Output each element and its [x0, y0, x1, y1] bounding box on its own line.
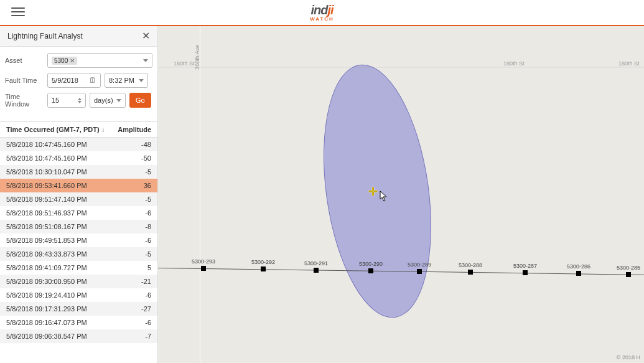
- chevron-down-icon: [116, 99, 121, 102]
- sort-down-icon: ↓: [102, 126, 105, 133]
- row-time: 5/8/2018 09:16:47.073 PM: [6, 319, 108, 326]
- calendar-icon: 🗓: [89, 76, 96, 85]
- table-row[interactable]: 5/8/2018 09:51:08.167 PM-8: [0, 220, 157, 233]
- window-unit-select[interactable]: day(s): [90, 93, 126, 108]
- results-table: Time Occurred (GMT-7, PDT) ↓ Amplitude 5…: [0, 121, 157, 363]
- road-horizontal: [158, 67, 644, 67]
- time-window-label: Time Window: [5, 93, 44, 108]
- tower-label: 5300-289: [408, 262, 431, 268]
- road-label-right: 180th St: [618, 60, 640, 67]
- row-time: 5/8/2018 09:30:00.950 PM: [6, 278, 108, 285]
- table-row[interactable]: 5/8/2018 09:19:24.410 PM-6: [0, 288, 157, 302]
- table-row[interactable]: 5/8/2018 09:30:00.950 PM-21: [0, 275, 157, 288]
- col-time-header[interactable]: Time Occurred (GMT-7, PDT) ↓: [6, 126, 108, 133]
- row-amplitude: -6: [108, 209, 151, 217]
- row-amplitude: -5: [108, 168, 151, 176]
- row-amplitude: 36: [108, 182, 151, 189]
- table-row[interactable]: 5/8/2018 10:47:45.160 PM-48: [0, 138, 157, 151]
- panel-header: Lightning Fault Analyst ✕: [0, 26, 157, 47]
- tower-label: 5300-285: [617, 265, 640, 271]
- row-amplitude: -21: [108, 278, 151, 285]
- row-time: 5/8/2018 09:53:41.660 PM: [6, 182, 108, 189]
- tower-marker[interactable]: [576, 271, 581, 276]
- sidebar-panel: Lightning Fault Analyst ✕ Asset 5300 ✕ F…: [0, 26, 158, 363]
- filters-section: Asset 5300 ✕ Fault Time 5/9/2018 🗓 8:32 …: [0, 47, 157, 114]
- chevron-down-icon: [139, 79, 144, 82]
- asset-chip[interactable]: 5300 ✕: [52, 57, 77, 65]
- tower-marker[interactable]: [626, 272, 631, 277]
- row-amplitude: -6: [108, 237, 151, 244]
- tower-marker[interactable]: [314, 268, 319, 273]
- row-amplitude: -6: [108, 291, 151, 299]
- tower-marker[interactable]: [468, 270, 473, 275]
- chevron-down-icon: [143, 59, 148, 62]
- panel-title: Lightning Fault Analyst: [7, 32, 83, 40]
- uncertainty-ellipse: [309, 58, 446, 325]
- row-time: 5/8/2018 09:17:31.293 PM: [6, 305, 108, 313]
- table-row[interactable]: 5/8/2018 09:53:41.660 PM36: [0, 179, 157, 192]
- strike-marker-icon: ✛: [368, 185, 378, 199]
- asset-select[interactable]: 5300 ✕: [47, 53, 152, 68]
- row-amplitude: -8: [108, 223, 151, 230]
- row-amplitude: -5: [108, 250, 151, 258]
- tower-marker[interactable]: [261, 266, 266, 271]
- tower-marker[interactable]: [201, 266, 206, 271]
- tower-label: 5300-287: [513, 263, 537, 269]
- road-label-left: 180th St: [174, 60, 195, 67]
- table-row[interactable]: 5/8/2018 10:30:10.047 PM-5: [0, 165, 157, 179]
- row-amplitude: -6: [108, 319, 151, 326]
- row-time: 5/8/2018 09:51:46.937 PM: [6, 209, 108, 217]
- spinner-arrows-icon[interactable]: [78, 98, 82, 103]
- table-header-row: Time Occurred (GMT-7, PDT) ↓ Amplitude: [0, 122, 157, 138]
- row-time: 5/8/2018 10:47:45.160 PM: [6, 141, 108, 148]
- window-value-input[interactable]: 15: [47, 93, 86, 108]
- tower-marker[interactable]: [523, 270, 528, 275]
- asset-label: Asset: [5, 57, 44, 64]
- tower-marker[interactable]: [417, 269, 422, 274]
- map-copyright: © 2018 H: [617, 354, 640, 361]
- tower-label: 5300-288: [459, 262, 482, 268]
- row-time: 5/8/2018 09:43:33.873 PM: [6, 250, 108, 258]
- row-amplitude: -7: [108, 332, 151, 340]
- row-amplitude: -48: [108, 141, 151, 148]
- close-icon[interactable]: ✕: [142, 31, 150, 41]
- cursor-icon: [380, 191, 388, 204]
- table-row[interactable]: 5/8/2018 09:17:31.293 PM-27: [0, 302, 157, 316]
- row-time: 5/8/2018 09:41:09.727 PM: [6, 264, 108, 271]
- app-header: indji WATCH: [0, 0, 644, 26]
- tower-label: 5300-286: [567, 263, 590, 270]
- row-time: 5/8/2018 09:51:08.167 PM: [6, 223, 108, 230]
- row-time: 5/8/2018 09:06:38.547 PM: [6, 332, 108, 340]
- table-row[interactable]: 5/8/2018 09:51:46.937 PM-6: [0, 206, 157, 220]
- road-vertical: [200, 26, 200, 363]
- fault-time-input[interactable]: 8:32 PM: [105, 73, 148, 88]
- table-row[interactable]: 5/8/2018 09:51:47.140 PM-5: [0, 192, 157, 206]
- table-row[interactable]: 5/8/2018 09:41:09.727 PM5: [0, 261, 157, 275]
- col-amp-header[interactable]: Amplitude: [108, 126, 151, 133]
- map-canvas[interactable]: 360th Ave 180th St 180th St 180th St 530…: [158, 26, 644, 363]
- table-row[interactable]: 5/8/2018 10:47:45.160 PM-50: [0, 151, 157, 165]
- row-amplitude: 5: [108, 264, 151, 271]
- fault-time-label: Fault Time: [5, 77, 44, 84]
- row-time: 5/8/2018 09:49:51.853 PM: [6, 237, 108, 244]
- table-row[interactable]: 5/8/2018 09:06:38.547 PM-7: [0, 329, 157, 343]
- table-row[interactable]: 5/8/2018 09:16:47.073 PM-6: [0, 316, 157, 329]
- row-time: 5/8/2018 09:51:47.140 PM: [6, 196, 108, 203]
- app-logo: indji WATCH: [310, 4, 334, 22]
- tower-label: 5300-291: [304, 260, 328, 266]
- row-amplitude: -27: [108, 305, 151, 313]
- road-label-mid: 180th St: [503, 60, 525, 67]
- tower-label: 5300-292: [251, 259, 275, 265]
- tower-marker[interactable]: [368, 268, 373, 273]
- row-time: 5/8/2018 09:19:24.410 PM: [6, 291, 108, 299]
- road-v-label: 360th Ave: [194, 45, 200, 70]
- tower-label: 5300-293: [192, 258, 215, 265]
- table-row[interactable]: 5/8/2018 09:43:33.873 PM-5: [0, 247, 157, 261]
- go-button[interactable]: Go: [129, 93, 151, 108]
- table-row[interactable]: 5/8/2018 09:49:51.853 PM-6: [0, 233, 157, 247]
- remove-chip-icon[interactable]: ✕: [70, 57, 75, 64]
- menu-icon[interactable]: [11, 7, 25, 19]
- fault-date-input[interactable]: 5/9/2018 🗓: [47, 73, 101, 88]
- row-time: 5/8/2018 10:30:10.047 PM: [6, 168, 108, 176]
- row-amplitude: -50: [108, 154, 151, 162]
